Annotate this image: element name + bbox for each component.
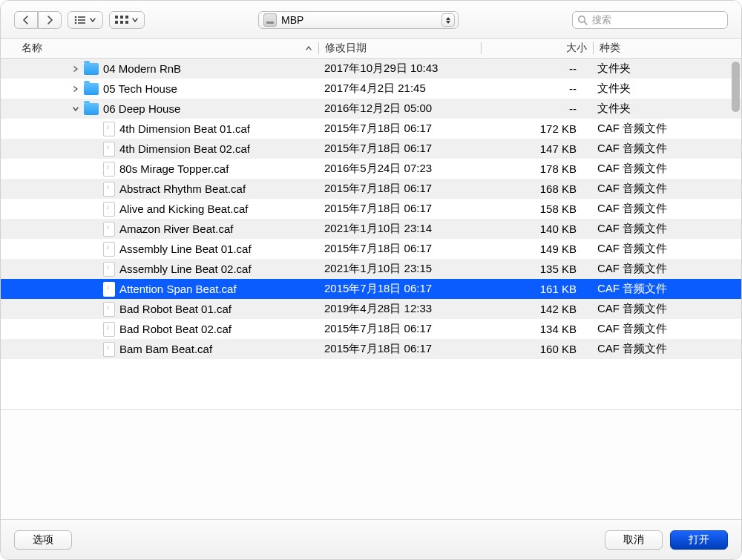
sort-asc-icon <box>305 42 312 54</box>
item-size: -- <box>480 82 591 95</box>
item-kind: CAF 音频文件 <box>591 242 741 256</box>
file-list[interactable]: 04 Modern RnB2017年10月29日 10:43--文件夹05 Te… <box>1 59 741 409</box>
item-kind: CAF 音频文件 <box>591 182 741 196</box>
item-kind: CAF 音频文件 <box>591 162 741 176</box>
svg-rect-11 <box>125 21 128 24</box>
audio-file-icon <box>103 302 115 317</box>
location-label: MBP <box>281 14 437 26</box>
item-kind: CAF 音频文件 <box>591 142 741 156</box>
item-date: 2016年5月24日 07:23 <box>318 162 480 176</box>
item-name: 06 Deep House <box>103 102 180 115</box>
back-button[interactable] <box>14 11 38 29</box>
file-row[interactable]: Bad Robot Beat 01.caf2019年4月28日 12:33142… <box>1 299 741 319</box>
column-size[interactable]: 大小 <box>482 39 593 58</box>
item-size: 135 KB <box>480 263 591 275</box>
file-row[interactable]: 80s Mirage Topper.caf2016年5月24日 07:23178… <box>1 159 741 179</box>
column-header: 名称 修改日期 大小 种类 <box>1 38 741 59</box>
item-name: Alive and Kicking Beat.caf <box>119 202 248 215</box>
audio-file-icon <box>103 122 115 136</box>
open-dialog: MBP 搜索 名称 修改日期 大小 种类 04 Modern RnB2017年1… <box>0 0 742 560</box>
svg-point-0 <box>75 16 77 19</box>
file-row[interactable]: Assembly Line Beat 01.caf2015年7月18日 06:1… <box>1 239 741 259</box>
item-kind: CAF 音频文件 <box>591 342 741 356</box>
item-kind: CAF 音频文件 <box>591 282 741 296</box>
view-list-button[interactable] <box>68 11 103 29</box>
disclosure-closed-icon[interactable] <box>72 85 79 93</box>
disk-icon <box>263 13 277 27</box>
list-icon <box>74 16 86 24</box>
item-name: 4th Dimension Beat 02.caf <box>119 142 250 155</box>
item-name: Assembly Line Beat 02.caf <box>119 263 252 275</box>
column-name[interactable]: 名称 <box>1 39 318 58</box>
item-date: 2015年7月18日 06:17 <box>318 242 480 256</box>
folder-icon <box>84 103 99 115</box>
item-size: 168 KB <box>480 182 591 195</box>
item-kind: CAF 音频文件 <box>591 222 741 236</box>
options-button[interactable]: 选项 <box>14 530 72 550</box>
cancel-button[interactable]: 取消 <box>605 530 663 550</box>
column-kind[interactable]: 种类 <box>594 39 741 58</box>
chevron-down-icon <box>131 16 139 24</box>
item-size: 147 KB <box>480 142 591 155</box>
item-date: 2021年1月10日 23:14 <box>318 222 480 236</box>
footer: 选项 取消 打开 <box>1 519 741 559</box>
updown-icon <box>441 13 455 27</box>
item-name: Amazon River Beat.caf <box>119 223 233 235</box>
item-kind: CAF 音频文件 <box>591 302 741 316</box>
svg-rect-6 <box>115 16 118 19</box>
item-kind: 文件夹 <box>591 62 741 76</box>
folder-row[interactable]: 06 Deep House2016年12月2日 05:00--文件夹 <box>1 99 741 119</box>
svg-rect-10 <box>120 21 123 24</box>
item-date: 2015年7月18日 06:17 <box>318 342 480 356</box>
disclosure-open-icon[interactable] <box>72 105 79 113</box>
item-name: 80s Mirage Topper.caf <box>119 162 229 175</box>
item-kind: CAF 音频文件 <box>591 122 741 136</box>
file-row[interactable]: Alive and Kicking Beat.caf2015年7月18日 06:… <box>1 199 741 219</box>
column-modified[interactable]: 修改日期 <box>319 39 481 58</box>
item-date: 2016年12月2日 05:00 <box>318 102 480 116</box>
scrollbar-thumb[interactable] <box>732 62 740 112</box>
item-name: Bad Robot Beat 02.caf <box>119 323 232 335</box>
svg-rect-1 <box>78 16 85 18</box>
file-row[interactable]: Amazon River Beat.caf2021年1月10日 23:14140… <box>1 219 741 239</box>
item-name: 4th Dimension Beat 01.caf <box>119 122 250 135</box>
item-date: 2015年7月18日 06:17 <box>318 122 480 136</box>
file-row[interactable]: 4th Dimension Beat 01.caf2015年7月18日 06:1… <box>1 119 741 139</box>
preview-pane <box>1 409 741 519</box>
grid-icon <box>115 16 128 24</box>
folder-row[interactable]: 05 Tech House2017年4月2日 21:45--文件夹 <box>1 79 741 99</box>
svg-rect-3 <box>78 19 85 21</box>
item-kind: CAF 音频文件 <box>591 202 741 216</box>
item-size: -- <box>480 102 591 115</box>
file-row[interactable]: Assembly Line Beat 02.caf2021年1月10日 23:1… <box>1 259 741 279</box>
open-button[interactable]: 打开 <box>670 530 728 550</box>
toolbar: MBP 搜索 <box>1 1 741 38</box>
item-size: 161 KB <box>480 283 591 295</box>
file-row[interactable]: Bam Bam Beat.caf2015年7月18日 06:17160 KBCA… <box>1 339 741 359</box>
item-name: 05 Tech House <box>103 82 177 95</box>
view-group-button[interactable] <box>109 11 145 29</box>
forward-button[interactable] <box>38 11 62 29</box>
search-field[interactable]: 搜索 <box>572 11 728 29</box>
item-size: 149 KB <box>480 243 591 255</box>
item-date: 2015年7月18日 06:17 <box>318 322 480 336</box>
file-row[interactable]: Abstract Rhythm Beat.caf2015年7月18日 06:17… <box>1 179 741 199</box>
nav-buttons <box>14 11 62 29</box>
audio-file-icon <box>103 222 115 237</box>
location-popup[interactable]: MBP <box>258 11 459 29</box>
folder-icon <box>84 83 99 95</box>
item-name: Assembly Line Beat 01.caf <box>119 243 252 255</box>
search-placeholder: 搜索 <box>592 13 611 27</box>
disclosure-closed-icon[interactable] <box>72 65 79 73</box>
file-row[interactable]: 4th Dimension Beat 02.caf2015年7月18日 06:1… <box>1 139 741 159</box>
item-size: 140 KB <box>480 223 591 235</box>
item-size: -- <box>480 62 591 75</box>
file-row[interactable]: Attention Span Beat.caf2015年7月18日 06:171… <box>1 279 741 299</box>
file-row[interactable]: Bad Robot Beat 02.caf2015年7月18日 06:17134… <box>1 319 741 339</box>
item-name: Bam Bam Beat.caf <box>119 343 212 355</box>
audio-file-icon <box>103 322 115 337</box>
item-size: 160 KB <box>480 343 591 355</box>
audio-file-icon <box>103 242 115 257</box>
svg-rect-7 <box>120 16 123 19</box>
folder-row[interactable]: 04 Modern RnB2017年10月29日 10:43--文件夹 <box>1 59 741 79</box>
